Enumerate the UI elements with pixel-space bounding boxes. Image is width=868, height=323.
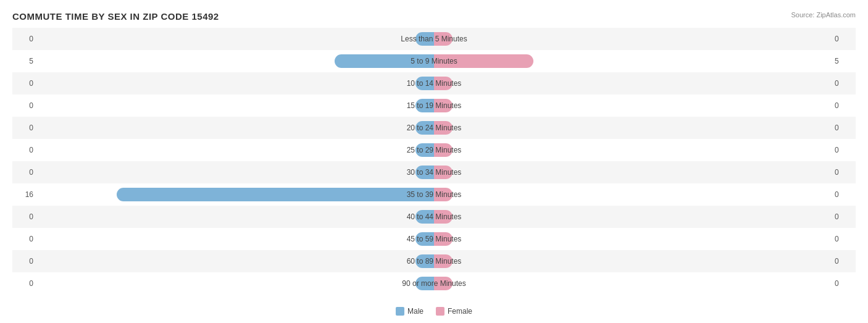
- male-bar-stub: [415, 121, 434, 135]
- bars-wrapper: 90 or more Minutes: [37, 272, 831, 295]
- legend-female: Female: [436, 307, 472, 316]
- legend-female-label: Female: [448, 307, 472, 316]
- female-value: 0: [831, 124, 856, 132]
- bar-row: 015 to 19 Minutes0: [12, 94, 856, 117]
- male-value: 0: [12, 257, 37, 266]
- male-bar-stub: [415, 77, 434, 90]
- male-bar: [335, 54, 434, 68]
- bars-wrapper: 40 to 44 Minutes: [37, 206, 831, 228]
- chart-area: 0Less than 5 Minutes055 to 9 Minutes5010…: [12, 28, 856, 272]
- female-value: 0: [831, 212, 856, 221]
- male-value: 16: [12, 190, 37, 199]
- male-value: 0: [12, 124, 37, 132]
- female-bar: [434, 54, 533, 68]
- bar-row: 090 or more Minutes0: [12, 272, 856, 295]
- bar-row: 030 to 34 Minutes0: [12, 161, 856, 183]
- female-bar-stub: [434, 77, 453, 90]
- bars-wrapper: 5 to 9 Minutes: [37, 50, 831, 72]
- bar-row: 025 to 29 Minutes0: [12, 139, 856, 161]
- bars-wrapper: 25 to 29 Minutes: [37, 139, 831, 161]
- female-value: 0: [831, 35, 856, 43]
- male-value: 0: [12, 279, 37, 288]
- female-bar-stub: [434, 166, 453, 179]
- bar-row: 045 to 59 Minutes0: [12, 228, 856, 250]
- bar-row: 060 to 89 Minutes0: [12, 250, 856, 272]
- female-bar-stub: [434, 121, 453, 135]
- bars-wrapper: 45 to 59 Minutes: [37, 228, 831, 250]
- female-value: 0: [831, 257, 856, 266]
- male-value: 0: [12, 168, 37, 177]
- male-value: 0: [12, 235, 37, 243]
- male-bar-stub: [415, 277, 434, 290]
- male-bar-stub: [415, 232, 434, 246]
- male-bar-stub: [415, 143, 434, 157]
- male-bar-stub: [415, 254, 434, 268]
- male-bar-stub: [415, 32, 434, 46]
- male-value: 0: [12, 212, 37, 221]
- bar-row: 010 to 14 Minutes0: [12, 72, 856, 94]
- female-value: 0: [831, 146, 856, 154]
- male-value: 0: [12, 101, 37, 110]
- legend-male-label: Male: [407, 307, 424, 316]
- male-bar-stub: [415, 166, 434, 179]
- male-bar-stub: [415, 210, 434, 224]
- bar-row: 020 to 24 Minutes0: [12, 117, 856, 139]
- female-value: 5: [831, 57, 856, 65]
- male-value: 0: [12, 146, 37, 154]
- chart-title: COMMUTE TIME BY SEX IN ZIP CODE 15492: [12, 11, 856, 22]
- legend-male: Male: [396, 307, 424, 316]
- male-value: 5: [12, 57, 37, 65]
- bars-wrapper: 10 to 14 Minutes: [37, 72, 831, 94]
- male-value: 0: [12, 35, 37, 43]
- bars-wrapper: 20 to 24 Minutes: [37, 117, 831, 139]
- bar-row: 55 to 9 Minutes5: [12, 50, 856, 72]
- female-bar-stub: [434, 210, 453, 224]
- legend-female-color: [436, 307, 444, 316]
- male-bar: [117, 188, 434, 201]
- female-value: 0: [831, 235, 856, 243]
- bars-wrapper: 30 to 34 Minutes: [37, 161, 831, 183]
- female-value: 0: [831, 79, 856, 88]
- female-value: 0: [831, 101, 856, 110]
- bar-row: 040 to 44 Minutes0: [12, 206, 856, 228]
- bars-wrapper: 60 to 89 Minutes: [37, 250, 831, 272]
- female-bar-stub: [434, 254, 453, 268]
- bar-row: 0Less than 5 Minutes0: [12, 28, 856, 50]
- bar-row: 1635 to 39 Minutes0: [12, 183, 856, 206]
- bars-wrapper: Less than 5 Minutes: [37, 28, 831, 50]
- female-bar-stub: [434, 143, 453, 157]
- female-bar-stub: [434, 188, 453, 201]
- bars-wrapper: 15 to 19 Minutes: [37, 94, 831, 117]
- female-value: 0: [831, 190, 856, 199]
- legend: Male Female: [396, 307, 472, 316]
- male-bar-stub: [415, 99, 434, 112]
- female-value: 0: [831, 168, 856, 177]
- chart-container: COMMUTE TIME BY SEX IN ZIP CODE 15492 So…: [0, 0, 868, 323]
- male-value: 0: [12, 79, 37, 88]
- source-label: Source: ZipAtlas.com: [791, 11, 856, 19]
- bars-wrapper: 35 to 39 Minutes: [37, 183, 831, 206]
- female-bar-stub: [434, 232, 453, 246]
- legend-male-color: [396, 307, 404, 316]
- female-value: 0: [831, 279, 856, 288]
- female-bar-stub: [434, 99, 453, 112]
- female-bar-stub: [434, 32, 453, 46]
- female-bar-stub: [434, 277, 453, 290]
